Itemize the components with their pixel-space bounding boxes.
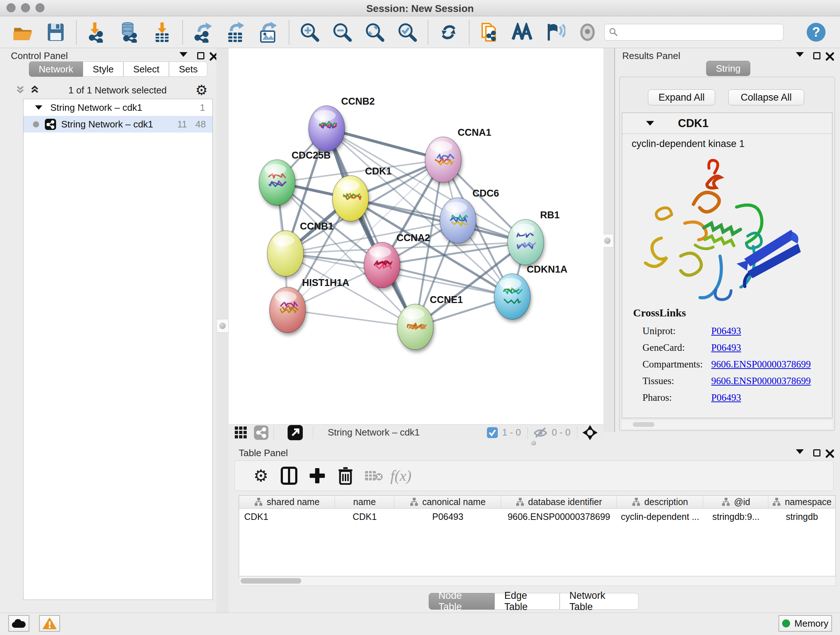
cell-id[interactable]: stringdb:9... bbox=[703, 511, 768, 522]
cell-description[interactable]: cyclin-dependent ... bbox=[617, 511, 704, 522]
crosslink-pharos-link[interactable]: P06493 bbox=[711, 392, 741, 403]
tab-style[interactable]: Style bbox=[83, 62, 123, 77]
save-session-button[interactable] bbox=[45, 21, 66, 43]
column-header-database-identifier[interactable]: database identifier bbox=[501, 496, 617, 508]
control-panel-float-button[interactable] bbox=[197, 52, 204, 59]
network-options-gear-button[interactable]: ⚙ bbox=[195, 82, 208, 98]
cloud-services-button[interactable] bbox=[8, 615, 29, 632]
collection-expand-icon[interactable] bbox=[35, 105, 42, 110]
string-network-graph[interactable]: CCNB2CCNA1CDC25BCDK1CDC6RB1CCNB1CCNA2CDK… bbox=[229, 48, 603, 424]
horizontal-splitter[interactable] bbox=[229, 440, 836, 445]
tab-node-table[interactable]: Node Table bbox=[429, 593, 494, 610]
clone-network-button[interactable] bbox=[479, 21, 501, 43]
collapse-all-networks-button[interactable] bbox=[15, 85, 25, 95]
tab-sets[interactable]: Sets bbox=[169, 62, 207, 77]
right-panel-divider[interactable] bbox=[603, 48, 615, 432]
column-header-id[interactable]: @id bbox=[703, 496, 768, 508]
export-table-button[interactable] bbox=[225, 21, 247, 43]
birds-eye-view-button[interactable] bbox=[234, 426, 248, 439]
scrollbar-thumb[interactable] bbox=[240, 578, 302, 584]
network-node-cdc6[interactable]: CDC6 bbox=[440, 188, 499, 243]
results-panel-float-button[interactable] bbox=[813, 52, 821, 59]
create-column-button[interactable] bbox=[306, 464, 329, 487]
import-network-database-button[interactable] bbox=[118, 21, 141, 43]
results-panel-close-button[interactable] bbox=[826, 52, 834, 61]
left-panel-divider[interactable] bbox=[216, 48, 229, 613]
tab-select[interactable]: Select bbox=[123, 62, 169, 77]
selected-indicator-checkbox[interactable] bbox=[487, 427, 498, 438]
tab-string-results[interactable]: String bbox=[706, 61, 750, 76]
import-table-file-button[interactable] bbox=[151, 21, 173, 43]
hidden-indicator-button[interactable] bbox=[533, 426, 548, 439]
results-panel-menu-button[interactable] bbox=[796, 52, 804, 57]
network-node-hist1h1a[interactable]: HIST1H1A bbox=[270, 277, 349, 333]
results-scrollbar[interactable] bbox=[622, 420, 832, 429]
collapse-all-button[interactable]: Collapse All bbox=[728, 89, 804, 105]
eye-button[interactable] bbox=[576, 21, 598, 43]
zoom-in-button[interactable] bbox=[299, 21, 321, 43]
crosslink-genecard-link[interactable]: P06493 bbox=[711, 342, 741, 353]
delete-column-button[interactable] bbox=[334, 464, 357, 487]
memory-button[interactable]: Memory bbox=[778, 615, 832, 632]
network-row[interactable]: String Network – cdk1 11 48 bbox=[24, 116, 212, 133]
string-panel-toggle-button[interactable] bbox=[254, 425, 268, 440]
cell-database-identifier[interactable]: 9606.ENSP00000378699 bbox=[501, 511, 617, 522]
search-input[interactable] bbox=[618, 27, 779, 38]
network-node-rb1[interactable]: RB1 bbox=[508, 210, 560, 265]
tab-edge-table[interactable]: Edge Table bbox=[494, 593, 560, 610]
export-network-button[interactable] bbox=[193, 21, 214, 43]
zoom-selected-button[interactable] bbox=[396, 21, 418, 43]
delete-table-button[interactable] bbox=[362, 464, 385, 487]
column-header-description[interactable]: description bbox=[617, 496, 704, 508]
network-node-ccnb1[interactable]: CCNB1 bbox=[267, 221, 333, 276]
binoculars-button[interactable] bbox=[512, 21, 533, 43]
expand-all-networks-button[interactable] bbox=[30, 85, 40, 95]
network-collection-row[interactable]: String Network – cdk1 1 bbox=[24, 99, 212, 116]
zoom-fit-button[interactable] bbox=[364, 21, 386, 43]
network-node-ccne1[interactable]: CCNE1 bbox=[397, 295, 463, 350]
open-session-button[interactable] bbox=[12, 21, 34, 43]
column-header-name[interactable]: name bbox=[335, 496, 395, 508]
protein-collapse-icon[interactable] bbox=[646, 121, 654, 126]
network-edge[interactable] bbox=[327, 128, 415, 327]
control-panel-menu-button[interactable] bbox=[180, 52, 187, 57]
table-row[interactable]: CDK1 CDK1 P06493 9606.ENSP00000378699 cy… bbox=[239, 509, 835, 524]
column-header-shared-name[interactable]: shared name bbox=[239, 496, 335, 508]
tab-network[interactable]: Network bbox=[29, 62, 83, 77]
expand-all-button[interactable]: Expand All bbox=[648, 89, 715, 105]
cell-name[interactable]: CDK1 bbox=[335, 511, 395, 522]
table-options-gear-button[interactable]: ⚙ bbox=[249, 464, 272, 487]
table-horizontal-scrollbar[interactable] bbox=[239, 576, 836, 586]
cell-shared-name[interactable]: CDK1 bbox=[239, 511, 335, 522]
protein-card-header[interactable]: CDK1 bbox=[622, 113, 832, 134]
import-network-file-button[interactable] bbox=[86, 21, 108, 43]
crosslink-tissues-link[interactable]: 9606.ENSP00000378699 bbox=[711, 375, 811, 386]
show-columns-button[interactable] bbox=[278, 464, 301, 487]
left-divider-handle[interactable] bbox=[216, 319, 229, 333]
table-panel-float-button[interactable] bbox=[813, 449, 821, 456]
column-header-canonical-name[interactable]: canonical name bbox=[394, 496, 501, 508]
refresh-view-button[interactable] bbox=[438, 21, 459, 43]
network-view-canvas[interactable]: CCNB2CCNA1CDC25BCDK1CDC6RB1CCNB1CCNA2CDK… bbox=[229, 48, 603, 424]
function-builder-button[interactable]: f(x) bbox=[390, 464, 411, 487]
fit-center-button[interactable] bbox=[583, 425, 598, 440]
zoom-out-button[interactable] bbox=[332, 21, 353, 43]
crosslink-uniprot-link[interactable]: P06493 bbox=[711, 325, 741, 337]
network-edge[interactable] bbox=[287, 310, 415, 327]
column-header-namespace[interactable]: namespace bbox=[768, 496, 835, 508]
network-node-cdkn1a[interactable]: CDKN1A bbox=[494, 264, 568, 319]
crosslink-compartments-link[interactable]: 9606.ENSP00000378699 bbox=[711, 359, 811, 370]
toolbar-search[interactable] bbox=[604, 24, 783, 41]
open-in-new-window-button[interactable] bbox=[287, 425, 303, 440]
column-label: database identifier bbox=[528, 497, 602, 507]
cell-namespace[interactable]: stringdb bbox=[768, 511, 835, 522]
warnings-button[interactable] bbox=[39, 615, 60, 632]
show-hide-graphics-button[interactable] bbox=[544, 21, 566, 43]
cell-canonical-name[interactable]: P06493 bbox=[394, 511, 501, 522]
help-button[interactable]: ? bbox=[805, 21, 827, 43]
export-image-button[interactable] bbox=[257, 21, 279, 43]
results-scrollbar-thumb[interactable] bbox=[633, 422, 654, 427]
tab-network-table[interactable]: Network Table bbox=[560, 593, 638, 610]
table-panel-close-button[interactable] bbox=[826, 449, 834, 458]
table-panel-menu-button[interactable] bbox=[796, 449, 804, 454]
